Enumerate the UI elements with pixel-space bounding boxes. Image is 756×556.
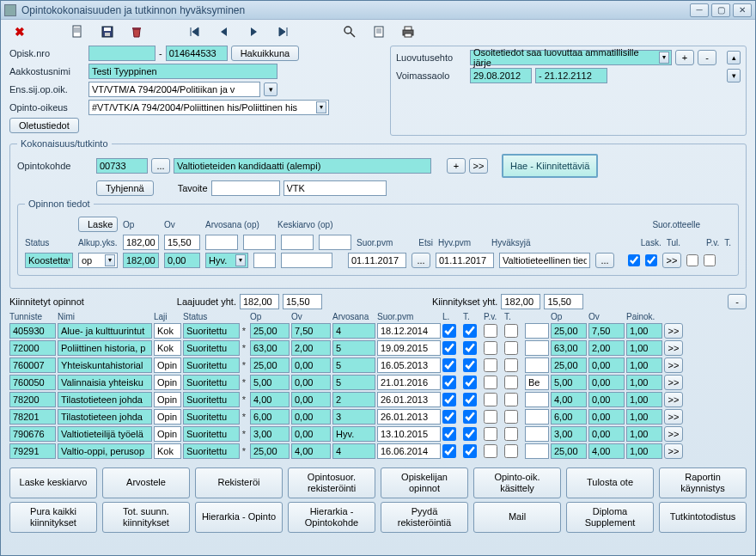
tunniste-field[interactable] (9, 426, 56, 442)
hae-kiinnitettavia-button[interactable]: Hae - Kiinnitettäviä (502, 154, 598, 178)
action-button[interactable]: Tutkintotodistus (659, 502, 747, 533)
row-ov-field[interactable] (291, 357, 331, 373)
row-pv-checkbox[interactable] (484, 444, 497, 458)
row-op-field[interactable] (250, 392, 290, 407)
tunniste-field[interactable] (9, 323, 56, 339)
action-button[interactable]: Hierarkia - Opinto (195, 502, 283, 533)
nimi-field[interactable] (58, 392, 152, 407)
row-ov-field[interactable] (291, 392, 331, 407)
status-field[interactable] (183, 409, 240, 425)
status-field[interactable] (183, 357, 240, 373)
tyhjenna-button[interactable]: Tyhjennä (96, 180, 154, 196)
suor-next-button[interactable]: >> (662, 253, 681, 268)
laske-button[interactable]: Laske (78, 217, 118, 232)
row-kop-field[interactable] (551, 375, 587, 390)
arvosana-op-field[interactable] (205, 235, 238, 250)
hyvaksyja-browse-button[interactable]: ... (595, 253, 614, 268)
kok-next-button[interactable]: >> (469, 158, 488, 174)
tunniste-field[interactable] (9, 409, 56, 425)
t-checkbox[interactable] (704, 254, 716, 266)
status-field[interactable] (25, 253, 73, 268)
row-l-checkbox[interactable] (442, 324, 456, 338)
tavoite-field-1[interactable] (211, 180, 280, 196)
new-icon[interactable] (70, 23, 87, 40)
row-kop-field[interactable] (551, 426, 587, 442)
action-button[interactable]: Opiskelijan opinnot (381, 467, 468, 498)
voimassa-to-field[interactable] (535, 68, 607, 83)
row-op-field[interactable] (250, 375, 290, 390)
laji-field[interactable] (154, 357, 181, 373)
luovutusehto-select[interactable]: Osoitetiedot saa luovuttaa ammatillisill… (470, 50, 672, 65)
opinto-oikeus-select[interactable]: #VT/VTK/A 794/2004/Poliittinen his/Polii… (88, 100, 329, 115)
status-field[interactable] (183, 323, 240, 339)
row-kop-field[interactable] (551, 357, 587, 373)
kok-plus-button[interactable]: + (447, 158, 466, 174)
row-kov-field[interactable] (588, 340, 625, 356)
status-field[interactable] (183, 426, 240, 442)
arvosana-op-field-2[interactable] (243, 235, 276, 250)
row-kop-field[interactable] (551, 340, 587, 356)
row-op-field[interactable] (250, 323, 290, 339)
kiin-op-field[interactable] (501, 294, 540, 309)
row-arv-field[interactable] (332, 443, 375, 459)
row-pvm-field[interactable] (377, 323, 441, 339)
action-button[interactable]: Arvostele (102, 467, 190, 498)
ensisij-dropdown-icon[interactable]: ▾ (264, 82, 277, 96)
collapse-button[interactable]: - (728, 294, 747, 309)
row-kov-field[interactable] (588, 323, 625, 339)
opintokohde-code-field[interactable] (96, 158, 148, 174)
print-icon[interactable] (399, 23, 417, 40)
row-kop-field[interactable] (551, 323, 587, 339)
row-kov-field[interactable] (588, 357, 625, 373)
tunniste-field[interactable] (9, 443, 56, 459)
hyvaksyja-field[interactable] (499, 253, 590, 268)
row-arv-field[interactable] (332, 409, 375, 425)
row-l-checkbox[interactable] (442, 444, 456, 458)
report-icon[interactable] (370, 23, 387, 40)
row-pvm-field[interactable] (377, 357, 441, 373)
action-button[interactable]: Tulosta ote (566, 467, 654, 498)
row-t2-checkbox[interactable] (504, 376, 518, 389)
row-l-checkbox[interactable] (442, 376, 456, 389)
status-field[interactable] (183, 392, 240, 407)
op-field[interactable] (123, 253, 159, 268)
minus-button[interactable]: - (698, 50, 716, 65)
laji-field[interactable] (154, 443, 181, 459)
row-ov-field[interactable] (291, 426, 331, 442)
row-ov-field[interactable] (291, 443, 331, 459)
row-kop-field[interactable] (551, 443, 587, 459)
oletustiedot-button[interactable]: Oletustiedot (9, 118, 79, 133)
save-icon[interactable] (99, 23, 116, 40)
row-t2-checkbox[interactable] (504, 324, 518, 338)
row-kov-field[interactable] (588, 426, 625, 442)
maximize-button[interactable]: ▢ (711, 3, 730, 17)
plus-button[interactable]: + (675, 50, 694, 65)
close-icon[interactable]: ✖ (11, 23, 28, 40)
ensisij-field[interactable] (88, 82, 260, 97)
alkup-ov-field[interactable] (164, 235, 200, 250)
laji-field[interactable] (154, 323, 181, 339)
row-t2-checkbox[interactable] (504, 341, 518, 355)
opintokohde-browse-button[interactable]: ... (151, 158, 170, 174)
row-t-checkbox[interactable] (463, 393, 477, 406)
row-arv-field[interactable] (332, 357, 375, 373)
row-pk-field[interactable] (626, 392, 662, 407)
row-op-field[interactable] (250, 426, 290, 442)
row-next-button[interactable]: >> (664, 392, 683, 407)
row-pk-field[interactable] (626, 426, 662, 442)
row-l-checkbox[interactable] (442, 393, 456, 406)
row-t2-checkbox[interactable] (504, 410, 518, 424)
action-button[interactable]: Hierarkia - Opintokohde (288, 502, 375, 533)
kiin-ov-field[interactable] (544, 294, 583, 309)
row-next-button[interactable]: >> (664, 443, 683, 459)
row-pvm-field[interactable] (377, 375, 441, 390)
tunniste-field[interactable] (9, 392, 56, 407)
search-icon[interactable] (341, 23, 358, 40)
row-next-button[interactable]: >> (664, 357, 683, 373)
keskiarvo-field-2[interactable] (319, 235, 351, 250)
row-ov-field[interactable] (291, 323, 331, 339)
last-icon[interactable] (274, 23, 291, 40)
row-kov-field[interactable] (588, 392, 625, 407)
row-ext-field[interactable] (525, 357, 549, 373)
tul-checkbox[interactable] (645, 254, 657, 266)
